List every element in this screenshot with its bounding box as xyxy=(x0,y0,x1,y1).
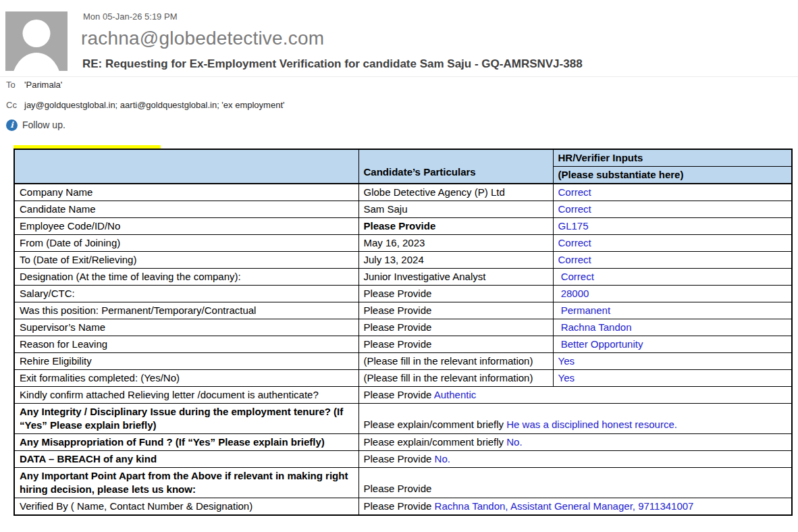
table-row: Designation (At the time of leaving the … xyxy=(14,269,792,286)
response-value: No. xyxy=(506,436,522,448)
candidate-particulars-cell: Please Provide xyxy=(358,319,553,336)
hr-input-cell: GL175 xyxy=(553,218,792,235)
header-substantiate-here: (Please substantiate here) xyxy=(553,167,792,184)
response-value: No. xyxy=(435,453,450,464)
hr-input-value: Rachna Tandon xyxy=(558,321,632,333)
response-value: Authentic xyxy=(434,389,477,400)
hr-input-value: Correct xyxy=(558,237,591,248)
hr-input-value: Yes xyxy=(558,372,575,383)
row-label: Any Important Point Apart from the Above… xyxy=(14,468,358,498)
header-hr-verifier-inputs: HR/Verifier Inputs xyxy=(553,149,792,167)
candidate-particulars-cell: May 16, 2023 xyxy=(358,235,553,252)
email-subject: RE: Requesting for Ex-Employment Verific… xyxy=(82,57,583,71)
table-row: Any Misappropriation of Fund ? (If “Yes”… xyxy=(14,434,792,451)
to-label: To xyxy=(6,80,16,90)
email-timestamp: Mon 05-Jan-26 5:19 PM xyxy=(83,11,177,22)
hr-input-cell: Correct xyxy=(553,201,792,218)
table-row: Exit formalities completed: (Yes/No) (Pl… xyxy=(14,370,792,387)
hr-input-value: Better Opportunity xyxy=(558,338,643,350)
hr-input-cell: Correct xyxy=(553,269,792,286)
response-prefix: Please Provide xyxy=(364,453,435,464)
to-recipient[interactable]: 'Parimala' xyxy=(24,80,62,90)
candidate-particulars-cell: Please Provide xyxy=(358,286,553,302)
row-label: Any Misappropriation of Fund ? (If “Yes”… xyxy=(14,434,358,451)
table-row: From (Date of Joining) May 16, 2023 Corr… xyxy=(14,235,792,252)
info-icon xyxy=(6,119,18,131)
row-label: Designation (At the time of leaving the … xyxy=(14,269,358,286)
merged-response-cell: Please Provide Rachna Tandon, Assistant … xyxy=(358,498,792,516)
hr-input-cell: Better Opportunity xyxy=(553,336,792,353)
row-label: Supervisor’s Name xyxy=(14,319,358,336)
hr-input-value: GL175 xyxy=(558,220,589,232)
table-row: Employee Code/ID/No Please Provide GL175 xyxy=(14,218,792,235)
response-value: He was a disciplined honest resource. xyxy=(506,419,677,430)
row-label: From (Date of Joining) xyxy=(14,235,358,252)
row-label: Company Name xyxy=(14,184,358,201)
hr-input-value: Correct xyxy=(558,254,591,265)
row-label: Any Integrity / Disciplinary Issue durin… xyxy=(14,404,358,434)
avatar[interactable] xyxy=(5,11,68,71)
verification-table: Candidate’s Particulars HR/Verifier Inpu… xyxy=(14,149,793,516)
candidate-particulars-cell: Junior Investigative Analyst xyxy=(358,269,553,286)
merged-response-cell: Please Provide No. xyxy=(358,451,792,468)
merged-response-cell: Please explain/comment briefly No. xyxy=(358,434,792,451)
table-row: DATA – BREACH of any kind Please Provide… xyxy=(14,451,792,468)
candidate-particulars-cell: (Please fill in the relevant information… xyxy=(358,353,553,370)
table-row: Company Name Globe Detective Agency (P) … xyxy=(14,184,792,201)
response-prefix: Please Provide xyxy=(364,500,435,512)
hr-input-value: Permanent xyxy=(558,304,611,316)
header-candidates-particulars: Candidate’s Particulars xyxy=(358,149,553,184)
hr-input-value: Correct xyxy=(558,271,594,282)
hr-input-value: Correct xyxy=(558,203,591,215)
hr-input-cell: Permanent xyxy=(553,302,792,319)
row-label: DATA – BREACH of any kind xyxy=(14,451,358,468)
table-row: Any Integrity / Disciplinary Issue durin… xyxy=(14,404,792,434)
response-prefix: Please explain/comment briefly xyxy=(364,436,507,448)
hr-input-cell: 28000 xyxy=(553,286,792,302)
candidate-particulars-cell: (Please fill in the relevant information… xyxy=(358,370,553,387)
response-prefix: Please explain/comment briefly xyxy=(364,419,507,430)
header-empty-cell xyxy=(14,149,358,184)
row-label: Kindly confirm attached Relieving letter… xyxy=(14,387,358,404)
merged-response-cell: Please Provide Authentic xyxy=(358,387,792,404)
table-row: Rehire Eligibility (Please fill in the r… xyxy=(14,353,792,370)
response-prefix: Please Provide xyxy=(364,483,432,494)
table-row: Was this position: Permanent/Temporary/C… xyxy=(14,302,792,319)
hr-input-cell: Correct xyxy=(553,252,792,269)
person-shoulders-icon xyxy=(11,53,61,71)
row-label: Reason for Leaving xyxy=(14,336,358,353)
table-row: Kindly confirm attached Relieving letter… xyxy=(14,387,792,404)
row-label: Verified By ( Name, Contact Number & Des… xyxy=(14,498,358,516)
hr-input-cell: Yes xyxy=(553,353,792,370)
hr-input-cell: Correct xyxy=(553,184,792,201)
merged-response-cell: Please Provide xyxy=(358,468,792,498)
table-row: To (Date of Exit/Relieving) July 13, 202… xyxy=(14,252,792,269)
table-header-row: Candidate’s Particulars HR/Verifier Inpu… xyxy=(14,149,792,167)
hr-input-cell: Correct xyxy=(553,235,792,252)
candidate-particulars-cell: Globe Detective Agency (P) Ltd xyxy=(358,184,553,201)
person-head-icon xyxy=(23,20,51,47)
hr-input-value: Yes xyxy=(558,355,575,367)
candidate-particulars-cell: Sam Saju xyxy=(358,201,553,218)
table-row: Supervisor’s Name Please Provide Rachna … xyxy=(14,319,792,336)
table-row: Verified By ( Name, Contact Number & Des… xyxy=(14,498,792,516)
header-divider xyxy=(0,76,798,77)
row-label: Rehire Eligibility xyxy=(14,353,358,370)
candidate-particulars-cell: July 13, 2024 xyxy=(358,252,553,269)
hr-input-cell: Yes xyxy=(553,370,792,387)
hr-input-value: 28000 xyxy=(558,288,589,299)
row-label: Employee Code/ID/No xyxy=(14,218,358,235)
candidate-particulars-cell: Please Provide xyxy=(358,336,553,353)
cc-recipients[interactable]: jay@goldquestglobal.in; aarti@goldquestg… xyxy=(24,100,284,110)
row-label: Salary/CTC: xyxy=(14,286,358,302)
row-label: Exit formalities completed: (Yes/No) xyxy=(14,370,358,387)
hr-input-value: Correct xyxy=(558,186,591,198)
sender-address[interactable]: rachna@globedetective.com xyxy=(81,28,324,49)
followup-text: Follow up. xyxy=(22,119,65,130)
table-row: Candidate Name Sam Saju Correct xyxy=(14,201,792,218)
email-reading-pane: Mon 05-Jan-26 5:19 PM rachna@globedetect… xyxy=(0,0,798,532)
candidate-particulars-cell: Please Provide xyxy=(358,218,553,235)
table-row: Reason for Leaving Please Provide Better… xyxy=(14,336,792,353)
hr-input-cell: Rachna Tandon xyxy=(553,319,792,336)
response-value: Rachna Tandon, Assistant General Manager… xyxy=(435,500,694,512)
